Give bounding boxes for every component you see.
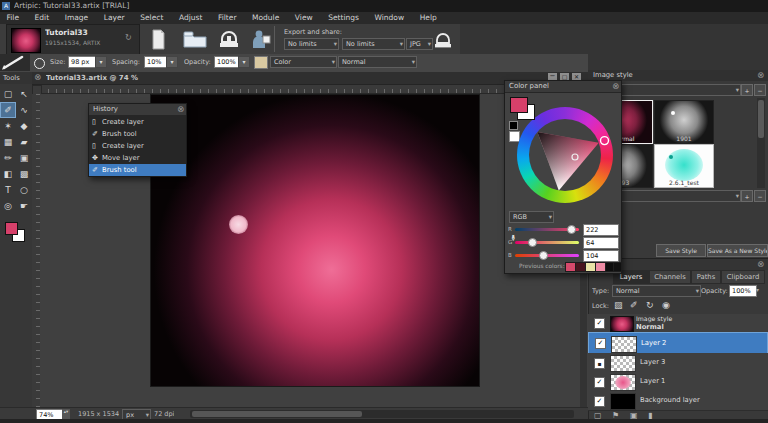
pencil-tool[interactable]: ✏: [0, 150, 16, 166]
paint-mode-select[interactable]: Color▾: [270, 56, 337, 68]
menu-edit[interactable]: Edit: [28, 12, 56, 24]
shape-tool[interactable]: ○: [16, 182, 32, 198]
color-panel-header[interactable]: Color panel ⊗: [505, 81, 621, 93]
close-icon[interactable]: ⊗: [612, 82, 619, 91]
saturation-triangle[interactable]: [517, 107, 613, 203]
close-icon[interactable]: ⊗: [757, 71, 764, 80]
close-icon[interactable]: ⊗: [34, 73, 41, 82]
lock-paint-icon[interactable]: ✐: [630, 300, 638, 310]
share-button[interactable]: [250, 28, 272, 50]
history-item[interactable]: ▯Create layer: [89, 140, 186, 152]
blend-mode-select[interactable]: Normal▾: [338, 56, 417, 68]
history-item[interactable]: ✥Move layer: [89, 152, 186, 164]
chevron-down-icon[interactable]: ▾: [756, 286, 759, 293]
preset-add-button[interactable]: +: [741, 190, 753, 202]
layer-row-background[interactable]: ✓ Background layer: [588, 391, 768, 411]
spacing-dropdown-button[interactable]: ▾: [166, 56, 178, 68]
layer-row-layer1[interactable]: ✓ Layer 1: [588, 372, 768, 392]
menu-help[interactable]: Help: [413, 12, 443, 24]
style-scrollbar[interactable]: [757, 98, 765, 188]
menu-image[interactable]: Image: [58, 12, 95, 24]
red-slider-handle[interactable]: [567, 225, 576, 234]
export-height-limit-select[interactable]: No limits▾: [342, 38, 405, 50]
tab-refresh-icon[interactable]: ↻: [125, 33, 132, 42]
visibility-checkbox[interactable]: ✓: [594, 318, 605, 329]
menu-file[interactable]: File: [0, 12, 26, 24]
opacity-dropdown-button[interactable]: ▾: [238, 56, 250, 68]
opacity-input[interactable]: 100%: [214, 56, 240, 68]
history-item-selected[interactable]: ✐Brush tool: [89, 164, 186, 176]
zoom-stepper[interactable]: ▴▾: [62, 409, 70, 419]
visibility-checkbox[interactable]: ✓: [594, 396, 605, 407]
blue-value-input[interactable]: 104: [583, 250, 619, 262]
eraser-tool[interactable]: ▰: [16, 134, 32, 150]
size-dropdown-button[interactable]: ▾: [95, 56, 107, 68]
crop-tool[interactable]: ▦: [0, 134, 16, 150]
brush-tool[interactable]: ✐: [0, 102, 16, 118]
paint-swatch[interactable]: [254, 56, 268, 69]
menu-settings[interactable]: Settings: [322, 12, 366, 24]
text-tool[interactable]: T: [0, 182, 16, 198]
hscrollbar-thumb[interactable]: [192, 411, 362, 417]
size-input[interactable]: 98 px: [68, 56, 96, 68]
visibility-checkbox[interactable]: ✓: [594, 377, 605, 388]
lock-all-icon[interactable]: ◉: [662, 300, 670, 310]
close-icon[interactable]: ⊗: [177, 105, 184, 114]
previous-color-swatch[interactable]: [613, 262, 622, 272]
clone-stamp-tool[interactable]: ▣: [16, 150, 32, 166]
menu-module[interactable]: Module: [246, 12, 286, 24]
export-button[interactable]: [434, 32, 452, 49]
history-item[interactable]: ▯Create layer: [89, 116, 186, 128]
blue-slider[interactable]: [515, 251, 579, 260]
save-as-new-style-button[interactable]: Save As a New Style: [707, 244, 768, 257]
hand-tool[interactable]: ☛: [16, 198, 32, 214]
layer-row-layer3[interactable]: ▪ Layer 3: [588, 353, 768, 373]
lock-transparency-icon[interactable]: ▨: [614, 300, 623, 310]
save-button[interactable]: [218, 29, 240, 49]
foreground-color-swatch[interactable]: [5, 222, 18, 235]
save-style-button[interactable]: Save Style: [656, 244, 706, 257]
menu-window[interactable]: Window: [368, 12, 411, 24]
canvas-document[interactable]: [150, 94, 480, 387]
tab-channels[interactable]: Channels: [649, 270, 691, 284]
hue-selector[interactable]: [601, 137, 609, 145]
new-file-button[interactable]: [148, 29, 168, 50]
close-icon[interactable]: ⊗: [757, 260, 764, 269]
green-slider-handle[interactable]: [528, 238, 537, 247]
style-thumb-261test[interactable]: 2.6.1_test: [654, 144, 714, 188]
visibility-checkbox-off[interactable]: ▪: [594, 358, 605, 369]
zoom-tool[interactable]: ◎: [0, 198, 16, 214]
visibility-checkbox[interactable]: ✓: [595, 338, 606, 349]
eyedropper-tool[interactable]: ◆: [16, 118, 32, 134]
magic-wand-tool[interactable]: ✶: [0, 118, 16, 134]
blue-slider-handle[interactable]: [539, 251, 548, 260]
brush-tip-preview[interactable]: [34, 58, 45, 69]
export-width-limit-select[interactable]: No limits▾: [284, 38, 339, 50]
red-value-input[interactable]: 222: [583, 224, 619, 236]
style-thumb-1901[interactable]: 1901: [654, 100, 714, 144]
menu-adjust[interactable]: Adjust: [172, 12, 208, 24]
open-file-button[interactable]: [183, 31, 207, 48]
lock-position-icon[interactable]: ↻: [646, 300, 654, 310]
marquee-tool[interactable]: ▢: [0, 86, 16, 102]
red-slider[interactable]: [515, 225, 579, 234]
canvas-hscrollbar[interactable]: [190, 410, 574, 418]
canvas-tab-label[interactable]: Tutorial33.artix @ 74 %: [46, 72, 246, 84]
export-format-select[interactable]: JPG▾: [406, 38, 433, 50]
layer-opacity-input[interactable]: 100%: [729, 285, 757, 297]
green-slider[interactable]: [515, 238, 579, 247]
style-add-button[interactable]: +: [741, 84, 753, 96]
preset-remove-button[interactable]: −: [754, 190, 766, 202]
document-tab[interactable]: Tutorial33 1915x1534, ARTIX ↻: [6, 24, 140, 56]
menu-filter[interactable]: Filter: [211, 12, 243, 24]
menu-select[interactable]: Select: [134, 12, 170, 24]
layer-row-layer2-selected[interactable]: ✓ Layer 2: [588, 332, 768, 355]
menu-layer[interactable]: Layer: [97, 12, 131, 24]
color-mode-select[interactable]: RGB▾: [509, 211, 554, 223]
move-tool[interactable]: ↖: [16, 86, 32, 102]
spacing-input[interactable]: 10%: [144, 56, 168, 68]
tab-clipboard[interactable]: Clipboard: [721, 270, 765, 284]
fill-tool[interactable]: ◧: [0, 166, 16, 182]
foreground-color-swatch[interactable]: [510, 97, 528, 113]
menu-view[interactable]: View: [288, 12, 319, 24]
